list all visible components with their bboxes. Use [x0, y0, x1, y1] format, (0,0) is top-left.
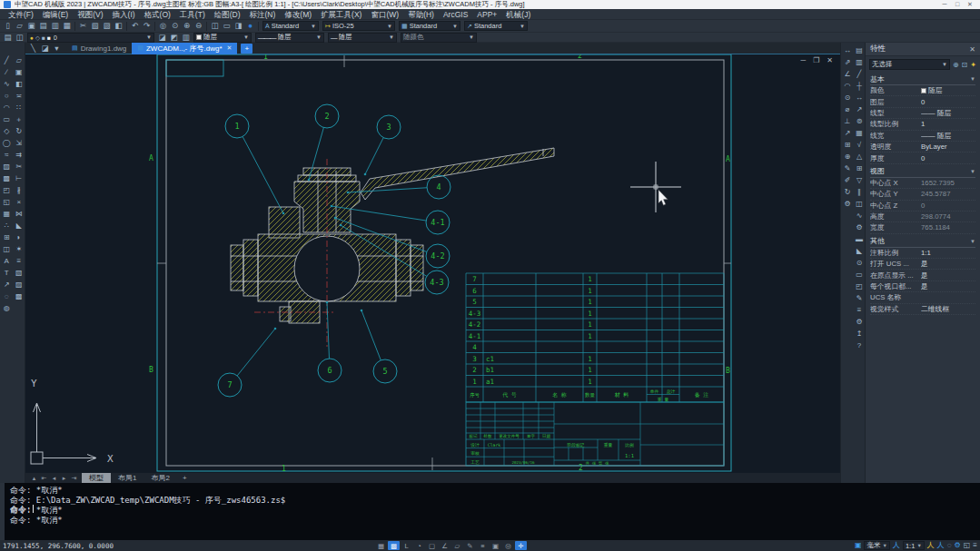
document-tab[interactable]: ▤Drawing1.dwg — [66, 43, 132, 54]
part-library-icon[interactable]: ◰ — [854, 280, 865, 291]
balloon-callout[interactable]: 1 — [225, 114, 284, 214]
last-tab-icon[interactable]: ⇥ — [69, 475, 79, 482]
dim-linear-icon[interactable]: ↔ — [842, 44, 853, 55]
model-up-icon[interactable]: ▴ — [29, 475, 39, 482]
layer-manager-icon[interactable]: ◫ — [14, 33, 25, 43]
command-window[interactable]: 命令: *取消*命令: E:\Data_ZW\ZWCAD_temp\ZWCADM… — [0, 483, 980, 540]
move-icon[interactable]: ＋ — [14, 113, 25, 124]
bearing-icon[interactable]: ◫ — [854, 198, 865, 209]
paste-icon[interactable]: ▨ — [101, 21, 113, 31]
dim-center-icon[interactable]: ⊕ — [842, 151, 853, 162]
menu-item[interactable]: 工具(T) — [175, 9, 210, 20]
property-row[interactable]: 在原点显示 ...是 — [870, 270, 975, 280]
match-properties-icon[interactable]: ◧ — [113, 21, 124, 31]
menu-item[interactable]: 标注(N) — [245, 9, 281, 20]
dim-style-combo[interactable]: ↦ ISO-25 ▼ — [322, 21, 395, 31]
balloon-callout[interactable]: 7 — [218, 328, 276, 397]
property-row[interactable]: 中心点 Z0 — [870, 201, 975, 212]
menu-item[interactable]: 绘图(D) — [210, 9, 245, 20]
snap-toggle-icon[interactable]: ▩ — [388, 541, 400, 550]
extend-icon[interactable]: ⊢ — [14, 172, 25, 183]
mech-construction-icon[interactable]: ╱ — [854, 68, 865, 79]
layer-on-icon[interactable]: ● — [30, 33, 34, 43]
shaft-icon[interactable]: ▬ — [854, 233, 865, 244]
named-views-icon[interactable]: ▭ — [221, 21, 233, 31]
save-icon[interactable]: ▣ — [25, 21, 37, 31]
mtext-icon[interactable]: T — [1, 267, 12, 278]
plotstyle-combo[interactable]: 随颜色 ▼ — [401, 33, 477, 43]
spring-icon[interactable]: ∿ — [854, 210, 865, 221]
break-at-point-icon[interactable]: × — [14, 196, 25, 207]
offset-icon[interactable]: ≍ — [14, 90, 25, 101]
rectangle-icon[interactable]: ▭ — [1, 113, 12, 124]
property-row[interactable]: 厚度0 — [870, 153, 975, 163]
stretch-icon[interactable]: ⇉ — [14, 149, 25, 160]
hole-chart-icon[interactable]: ⊙ — [854, 257, 865, 268]
section-header[interactable]: 视图▼ — [870, 166, 975, 178]
bom-table[interactable]: 7161514-314-214-1143c112b111a11序号代 号名 称数… — [466, 273, 724, 402]
close-button[interactable]: ✕ — [964, 0, 976, 9]
paste-clip-icon[interactable]: ▧ — [14, 267, 25, 278]
gradient-icon[interactable]: ▩ — [1, 172, 12, 183]
pickadd-toggle-icon[interactable]: ⊕ — [953, 61, 959, 69]
mirror-icon[interactable]: ◧ — [14, 78, 25, 89]
doc-restore-icon[interactable]: ❐ — [813, 57, 819, 64]
status-menu-icon[interactable]: ≡ — [973, 541, 977, 550]
pan-icon[interactable]: ◎ — [157, 21, 169, 31]
cut-icon[interactable]: ✂ — [77, 21, 89, 31]
mech-dimension-icon[interactable]: ↔ — [854, 92, 865, 103]
balloon-callout[interactable]: 5 — [361, 310, 397, 383]
plot-preview-icon[interactable]: ▦ — [61, 21, 73, 31]
prev-tab-icon[interactable]: ◂ — [49, 475, 59, 482]
redo-icon[interactable]: ↷ — [141, 21, 153, 31]
dyn-input-toggle-icon[interactable]: ✎ — [464, 541, 476, 550]
document-tab[interactable]: ▤ZWCADM..,- 序号.dwg*✕ — [132, 43, 237, 54]
property-row[interactable]: 视觉样式二维线框 — [870, 304, 975, 315]
tolerance-frame-icon[interactable]: ⊞ — [854, 162, 865, 173]
trim-icon[interactable]: ✂ — [14, 161, 25, 172]
otrack-toggle-icon[interactable]: ∠ — [439, 541, 450, 550]
region-icon[interactable]: ◱ — [1, 196, 12, 207]
menu-item[interactable]: APP+ — [472, 9, 501, 20]
quick-select-icon[interactable]: ✦ — [970, 61, 976, 69]
paste-orig-icon[interactable]: ▩ — [14, 290, 25, 301]
chamfer-icon[interactable]: ◣ — [14, 220, 25, 231]
layout-tab-布局1[interactable]: 布局1 — [111, 473, 144, 483]
add-layout-button[interactable]: + — [177, 474, 193, 482]
settings-gear-icon[interactable]: ⚙ — [955, 541, 961, 550]
break-icon[interactable]: ∦ — [14, 184, 25, 195]
minimize-button[interactable]: ─ — [938, 0, 951, 9]
zoom-realtime-icon[interactable]: ⊙ — [169, 21, 181, 31]
osnap-toggle-icon[interactable]: ▢ — [426, 541, 438, 550]
zoom-previous-icon[interactable]: ⊖ — [193, 21, 204, 31]
units-combo[interactable]: 毫米 ▼ — [864, 541, 889, 550]
hatch-icon[interactable]: ▨ — [1, 161, 12, 172]
annotation-visibility-icon[interactable]: 人 — [927, 541, 935, 550]
polar-toggle-icon[interactable]: ◔ — [413, 541, 425, 550]
menu-item[interactable]: 文件(F) — [4, 9, 38, 20]
array-icon[interactable]: ∷ — [14, 102, 25, 113]
property-row[interactable]: 图层0 — [870, 96, 975, 107]
layer-properties-icon[interactable]: ▤ — [2, 33, 14, 43]
undo-icon[interactable]: ↶ — [129, 21, 141, 31]
valve-assembly-drawing[interactable] — [231, 148, 554, 323]
menu-item[interactable]: ArcGIS — [439, 9, 472, 20]
wipeout-icon[interactable]: ◌ — [1, 290, 12, 301]
section-header[interactable]: 其他▼ — [870, 236, 975, 248]
layer-freeze-icon[interactable]: ◇ — [35, 33, 40, 43]
open-icon[interactable]: ▱ — [14, 21, 25, 31]
dim-arc-icon[interactable]: ◠ — [842, 80, 853, 91]
cycle-toggle-icon[interactable]: ◎ — [502, 541, 514, 550]
menu-item[interactable]: 扩展工具(X) — [316, 9, 366, 20]
menu-item[interactable]: 编辑(E) — [38, 9, 73, 20]
dim-edit-icon[interactable]: ✎ — [842, 162, 853, 173]
section-header[interactable]: 基本▼ — [870, 74, 975, 85]
balloon-callout[interactable]: 3 — [364, 115, 401, 175]
fullscreen-icon[interactable]: ◱ — [964, 541, 971, 550]
units-badge-icon[interactable]: ▣ — [855, 541, 862, 550]
tab-list-caret-icon[interactable]: ▾ — [51, 43, 63, 54]
dim-diameter-icon[interactable]: ⌀ — [842, 103, 853, 114]
weld-symbol-icon[interactable]: △ — [854, 151, 865, 162]
balloon-icon[interactable]: ⊚ — [854, 115, 865, 126]
lineweight-combo[interactable]: — 随层 ▼ — [328, 33, 397, 43]
